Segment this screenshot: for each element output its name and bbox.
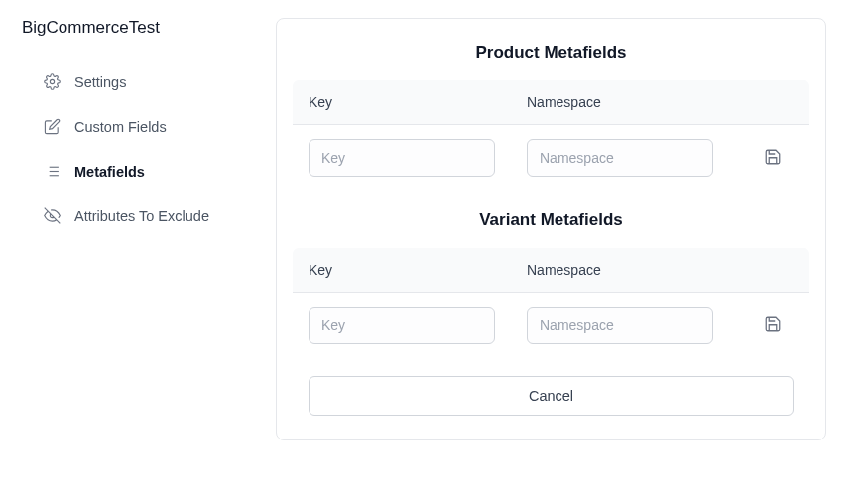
main-content: Product Metafields Key Namespace Variant… [276, 0, 868, 502]
product-namespace-input[interactable] [527, 139, 713, 177]
eye-off-icon [44, 207, 61, 224]
table-header-product: Key Namespace [293, 80, 809, 125]
sidebar-item-metafields[interactable]: Metafields [22, 149, 254, 193]
sidebar-item-label: Custom Fields [74, 119, 167, 135]
app-title: BigCommerceTest [22, 18, 254, 38]
column-header-namespace: Namespace [527, 262, 745, 278]
variant-save-button[interactable] [760, 312, 786, 340]
section-title-variant: Variant Metafields [293, 210, 809, 230]
section-title-product: Product Metafields [293, 43, 809, 63]
sidebar-item-settings[interactable]: Settings [22, 60, 254, 104]
table-header-variant: Key Namespace [293, 248, 809, 293]
sidebar: BigCommerceTest Settings Custom Fields M… [0, 0, 276, 502]
gear-icon [44, 73, 61, 90]
input-row-product [293, 139, 809, 190]
list-icon [44, 163, 61, 180]
sidebar-item-attributes-exclude[interactable]: Attributes To Exclude [22, 193, 254, 238]
save-icon [764, 315, 782, 336]
metafields-card: Product Metafields Key Namespace Variant… [276, 18, 826, 440]
column-header-key: Key [309, 262, 527, 278]
sidebar-item-custom-fields[interactable]: Custom Fields [22, 104, 254, 149]
input-row-variant [293, 307, 809, 358]
save-icon [764, 148, 782, 169]
product-save-button[interactable] [760, 144, 786, 173]
column-header-key: Key [309, 94, 527, 110]
sidebar-item-label: Metafields [74, 164, 145, 180]
sidebar-item-label: Settings [74, 74, 126, 90]
variant-key-input[interactable] [309, 307, 495, 344]
edit-icon [44, 118, 61, 135]
column-header-namespace: Namespace [527, 94, 745, 110]
cancel-button[interactable]: Cancel [309, 376, 794, 416]
sidebar-item-label: Attributes To Exclude [74, 208, 209, 224]
svg-point-0 [50, 79, 54, 83]
product-key-input[interactable] [309, 139, 495, 177]
variant-namespace-input[interactable] [527, 307, 713, 344]
